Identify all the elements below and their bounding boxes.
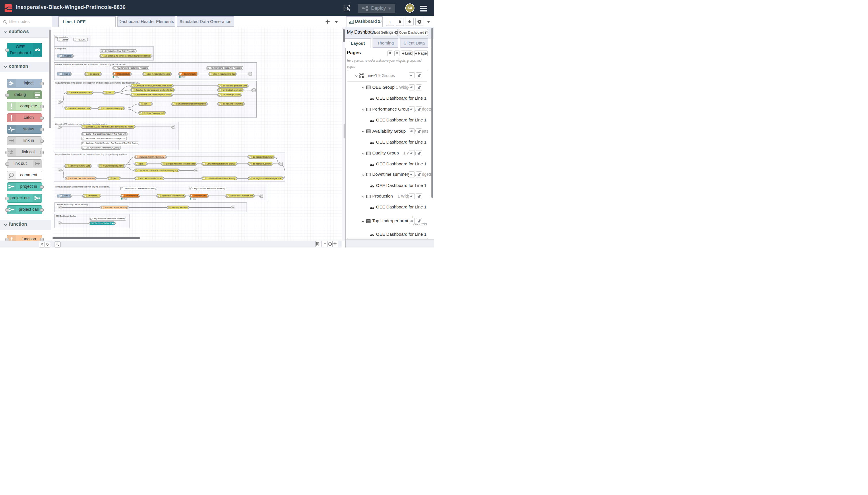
- svg-text:timestamp ¹: timestamp ¹: [64, 55, 72, 57]
- svg-text:Retrieve Downtime Data: Retrieve Downtime Data: [69, 107, 90, 109]
- svg-text:Prepare Downtime Summary, Rece: Prepare Downtime Summary, Recent Downtim…: [55, 153, 126, 156]
- svg-text:Calculate the total of the req: Calculate the total of the required prop…: [55, 82, 140, 84]
- svg-text:set msg.topUnderPerformingMach: set msg.topUnderPerformingMachines: [253, 177, 282, 180]
- svg-text:OEE Dashboard for Line 1: OEE Dashboard for Line 1: [91, 222, 111, 224]
- svg-text:Retrieve Downtime Data: Retrieve Downtime Data: [70, 165, 90, 167]
- svg-text:RWC: RWC: [181, 76, 186, 78]
- svg-text:i: i: [389, 20, 390, 24]
- svg-text:Key Instructions: Read Before: Key Instructions: Read Before Proceeding: [194, 187, 225, 190]
- svg-text:Sort data from most recent to: Sort data from most recent to oldest: [166, 163, 195, 165]
- svg-text:inject ↻: inject ↻: [64, 195, 70, 197]
- svg-text:Quality = Total Good Units Pro: Quality = Total Good Units Produced / To…: [86, 133, 127, 135]
- svg-text:Retrieve production and downti: Retrieve production and downtime data fr…: [55, 64, 126, 66]
- svg-text:ProductionData: ProductionData: [125, 195, 138, 197]
- svg-text:Key Instructions: Read Before: Key Instructions: Read Before Proceeding: [105, 50, 136, 52]
- svg-text:Calculate Downtime Summery: Calculate Downtime Summery: [139, 156, 164, 158]
- svg-text:split: split: [144, 103, 147, 105]
- svg-text:split: split: [112, 177, 116, 180]
- svg-text:ProductionData: ProductionData: [117, 73, 130, 75]
- svg-text:store in msg.DowntimeData: store in msg.DowntimeData: [230, 195, 253, 197]
- svg-text:Set Recent Downtime & Downtime: Set Recent Downtime & Downtime summery t…: [139, 169, 178, 172]
- svg-text:set flow.total_downtime: set flow.total_downtime: [223, 103, 243, 105]
- svg-text:Set and store the current line: Set and store the current line and shift…: [104, 55, 151, 57]
- svg-text:Combine the data back into an: Combine the data back into an array.: [207, 163, 236, 165]
- svg-text:store in msg.ProductionData: store in msg.ProductionData: [162, 195, 184, 197]
- svg-text:OEE = (Availability) * (Perfor: OEE = (Availability) * (Performance) * (…: [86, 147, 120, 149]
- svg-text:Key Instructions: Read Before: Key Instructions: Read Before Proceeding: [125, 187, 156, 190]
- svg-text:store in msg.production_data: store in msg.production_data: [147, 73, 170, 75]
- svg-text:Availavity = (Total Shift Dura: Availavity = (Total Shift Duration - Tot…: [86, 142, 138, 144]
- svg-text:Key Instructions: Read Before: Key Instructions: Read Before Proceeding: [117, 67, 148, 69]
- svg-text:Is Downtime Data Empty?: Is Downtime Data Empty?: [103, 107, 123, 110]
- svg-text:Configuration: Configuration: [55, 48, 66, 50]
- svg-text:DowntimeData: DowntimeData: [184, 73, 196, 75]
- svg-text:Retrieve Production Data: Retrieve Production Data: [71, 91, 91, 93]
- svg-text:calculate OEE for each day: calculate OEE for each day: [105, 206, 127, 209]
- svg-text:set msg.oeeTrend: set msg.oeeTrend: [172, 206, 187, 209]
- svg-text:Calculate OEE for each machine: Calculate OEE for each machine: [70, 177, 95, 180]
- svg-text:set msg.downtimeSummery: set msg.downtimeSummery: [253, 156, 274, 158]
- svg-text:set flow.total_good_units: set flow.total_good_units: [223, 89, 242, 91]
- svg-text:Key Instructions: Read Before: Key Instructions: Read Before Proceeding: [211, 67, 242, 69]
- svg-text:Calculate OEE and other metric: Calculate OEE and other metrics, then st…: [55, 123, 108, 125]
- svg-text:Calculate and display OEE for: Calculate and display OEE for each day.: [56, 204, 88, 206]
- svg-text:Performance = Total Produced U: Performance = Total Produced Units / Tot…: [86, 138, 126, 140]
- svg-text:set msg.recentDowntime: set msg.recentDowntime: [253, 163, 272, 165]
- svg-text:split: split: [108, 91, 111, 94]
- svg-text:set flow.total_produced_units: set flow.total_produced_units: [223, 85, 247, 87]
- svg-text:split: split: [139, 163, 143, 165]
- svg-text:Calculate the total produced u: Calculate the total produced units today: [136, 85, 172, 87]
- svg-text:Calculate the total target out: Calculate the total target output of tod…: [136, 93, 171, 96]
- svg-text:Documentation: Documentation: [55, 36, 68, 38]
- svg-text:RWC: RWC: [115, 76, 119, 78]
- svg-text:Set params: Set params: [88, 195, 97, 197]
- svg-text:RWC: RWC: [192, 198, 196, 200]
- svg-text:README: README: [78, 39, 86, 41]
- svg-text:Calculate OEE and other metric: Calculate OEE and other metrics, then st…: [86, 126, 134, 128]
- svg-text:OEE Dashboard Subflow: OEE Dashboard Subflow: [56, 215, 76, 217]
- svg-text:Is Downtime Data Empty?: Is Downtime Data Empty?: [103, 165, 123, 167]
- svg-text:DowntimeData: DowntimeData: [194, 195, 206, 197]
- svg-text:Sort OEE from worst to best: Sort OEE from worst to best: [140, 177, 162, 180]
- svg-text:inject ↻: inject ↻: [64, 73, 70, 75]
- svg-text:Retrieve production and downti: Retrieve production and downtime data fr…: [55, 186, 110, 188]
- svg-text:store in msg.downtime_data: store in msg.downtime_data: [213, 73, 235, 75]
- svg-text:Calculate the total good units: Calculate the total good units produced …: [136, 89, 173, 91]
- svg-text:License: License: [62, 39, 68, 41]
- svg-text:Set Total Downtime to 0: Set Total Downtime to 0: [144, 112, 164, 114]
- svg-text:RWC: RWC: [123, 198, 127, 200]
- svg-text:set flow.target_output: set flow.target_output: [223, 93, 240, 96]
- svg-text:Set params: Set params: [90, 73, 99, 75]
- svg-text:Key Instructions: Read Before: Key Instructions: Read Before Proceeding: [94, 218, 125, 220]
- svg-text:Combine the data back into an: Combine the data back into an array.: [207, 177, 236, 180]
- svg-text:Calculate the total downtime d: Calculate the total downtime duration: [176, 103, 206, 105]
